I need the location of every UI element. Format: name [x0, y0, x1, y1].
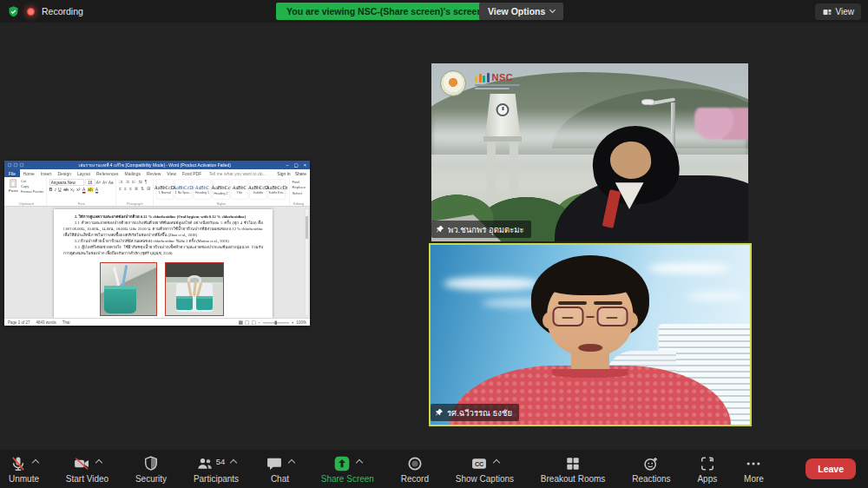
unmute-button[interactable]: Unmute [9, 455, 39, 484]
editing-command[interactable]: Find [292, 180, 306, 184]
sign-in-link[interactable]: Sign in [277, 171, 290, 176]
style-chip[interactable]: AaBbCcDt Subtle Em... [268, 180, 286, 200]
shrink-font-button[interactable]: A˅ [102, 181, 108, 185]
ribbon-tab[interactable]: Design [55, 171, 75, 176]
style-chip[interactable]: AaBbCcD Subtitle [249, 180, 266, 200]
clipboard-command[interactable]: Format Painter [21, 190, 43, 195]
toolbar-button-label: Reactions [632, 474, 670, 484]
ribbon-tab[interactable]: References [94, 171, 122, 176]
ribbon-tab[interactable]: Mailings [122, 171, 143, 176]
editing-commands: FindReplaceSelect [292, 180, 306, 195]
clipboard-command[interactable]: Cut [21, 180, 43, 184]
more-button[interactable]: More [744, 455, 764, 484]
meeting-toolbar: Unmute Start Video Security [0, 450, 868, 488]
pin-icon [435, 408, 444, 417]
style-chip[interactable]: AaBbCc Heading 2 [212, 180, 229, 200]
style-chip[interactable]: AaBbCcDt 1 Normal [156, 180, 174, 200]
change-case-button[interactable]: Aa [108, 181, 114, 185]
grow-font-button[interactable]: A˄ [96, 181, 102, 185]
read-mode-button[interactable] [239, 320, 243, 325]
document-scrollbar[interactable] [305, 208, 309, 316]
chevron-up-icon[interactable] [288, 458, 295, 465]
toolbar-icon [266, 455, 283, 472]
reactions-button[interactable]: Reactions [632, 455, 670, 484]
paste-button[interactable]: Paste [9, 180, 18, 195]
word-title-bar[interactable]: เล่มรายงานบทที่ 4 แก้ไข [Compatibility M… [4, 161, 310, 169]
paragraph-buttons-row2[interactable]: ≡≡≡≣⇅⊞ [119, 186, 150, 191]
ribbon-tab[interactable]: Layout [74, 171, 93, 176]
participants-button[interactable]: 54 Participants [194, 455, 239, 484]
document-page: 2. วิธีการดูแลความสะอาดช่องปากด้วย 0.12 … [54, 209, 273, 318]
video-tile-participant-2-active-speaker[interactable]: รศ.ฉวีวรรณ ธงชัย [429, 243, 752, 426]
document-paragraphs: 2.1 ทำความสะอาดช่องปากด้วยการแปรงฟันด้วย… [63, 220, 263, 256]
style-chip[interactable]: AaBbCcDt 1 No Spac... [174, 180, 192, 200]
start-video-button[interactable]: Start Video [66, 455, 108, 484]
tab-file[interactable]: File [4, 169, 20, 177]
view-options-dropdown[interactable]: View Options [479, 3, 563, 20]
record-button[interactable]: Record [401, 455, 429, 484]
font-format-buttons[interactable]: BIUabx₂x²AabA [49, 188, 114, 194]
word-count[interactable]: 4843 words [36, 320, 56, 325]
encryption-shield-icon[interactable] [7, 5, 20, 18]
view-button[interactable]: View [815, 3, 862, 20]
share-screen-button[interactable]: Share Screen [321, 455, 374, 484]
chevron-up-icon[interactable] [493, 458, 500, 465]
toolbar-icon [10, 455, 27, 472]
document-paragraph: 2.3 ผู้ป่วยที่ใส่ท่อช่วยหายใจ ใช้ผ้าก๊อซ… [63, 244, 263, 256]
zoom-slider[interactable] [263, 322, 289, 324]
zoom-in-button[interactable]: + [292, 320, 294, 325]
document-photo-buckets-carrier [165, 262, 224, 316]
ribbon-tab[interactable]: Review [143, 171, 163, 176]
participant-count-badge: 54 [216, 457, 226, 466]
editing-command[interactable]: Select [292, 191, 306, 195]
style-chip[interactable]: AaBbC Title [231, 180, 248, 200]
scrollbar-thumb[interactable] [306, 216, 308, 239]
word-ribbon: Paste CutCopyFormat Painter Clipboard An… [4, 177, 310, 207]
ribbon-tab[interactable]: Insert [37, 171, 55, 176]
tell-me-box[interactable]: Tell me what you want to do... [209, 171, 266, 176]
toolbar-icon [406, 455, 424, 472]
toolbar-button-label: Breakout Rooms [541, 474, 605, 484]
quick-access-toolbar[interactable] [8, 163, 23, 167]
chevron-up-icon[interactable] [230, 458, 237, 465]
ribbon-tab[interactable]: Foxit PDF [180, 171, 205, 176]
print-layout-button[interactable] [245, 320, 249, 325]
chevron-up-icon[interactable] [356, 458, 363, 465]
layout-grid-icon [822, 7, 832, 17]
toolbar-button-label: Show Captions [456, 474, 514, 484]
web-layout-button[interactable] [252, 320, 256, 325]
chevron-up-icon[interactable] [95, 458, 102, 465]
toolbar-button-label: Security [135, 474, 167, 484]
security-button[interactable]: Security [135, 455, 167, 484]
page-indicator[interactable]: Page 2 of 27 [8, 320, 30, 325]
font-size-select[interactable]: 16 [85, 180, 95, 186]
chat-button[interactable]: Chat [266, 455, 294, 484]
toolbar-icon [142, 455, 160, 472]
apps-button[interactable]: Apps [697, 455, 717, 484]
view-label: View [836, 7, 855, 16]
show-captions-button[interactable]: CC Show Captions [456, 455, 514, 484]
paragraph-buttons-row1[interactable]: ⁝≡⁝≡≡⁝⇆¶ [119, 180, 150, 185]
breakout-rooms-button[interactable]: Breakout Rooms [541, 455, 605, 484]
word-status-bar: Page 2 of 27 4843 words Thai – + 100% [4, 318, 310, 326]
ribbon-group-editing: FindReplaceSelect Editing [289, 178, 308, 207]
style-chip[interactable]: AaBbC Heading 1 [194, 180, 211, 200]
toolbar-button-label: Unmute [9, 474, 39, 484]
ribbon-tab[interactable]: View [164, 171, 180, 176]
ribbon-group-paragraph: ⁝≡⁝≡≡⁝⇆¶ ≡≡≡≣⇅⊞ Paragraph [116, 178, 154, 207]
editing-command[interactable]: Replace [292, 185, 306, 189]
window-controls[interactable]: –▢× [286, 162, 306, 168]
eyeglasses [553, 307, 628, 326]
clipboard-commands: CutCopyFormat Painter [21, 180, 43, 195]
leave-button[interactable]: Leave [806, 458, 856, 479]
zoom-out-button[interactable]: – [258, 320, 260, 325]
ribbon-tab[interactable]: Home [20, 171, 37, 176]
chevron-up-icon[interactable] [32, 458, 39, 465]
zoom-slider-thumb[interactable] [275, 320, 278, 325]
language-indicator[interactable]: Thai [62, 320, 70, 325]
font-name-select[interactable]: Angsana New [49, 180, 84, 186]
video-tile-participant-1[interactable]: NSC พว.ชนกพร อุดมตะมะ [431, 63, 748, 241]
share-link[interactable]: Share [295, 171, 306, 176]
pin-icon [436, 225, 444, 234]
clipboard-command[interactable]: Copy [21, 185, 43, 189]
